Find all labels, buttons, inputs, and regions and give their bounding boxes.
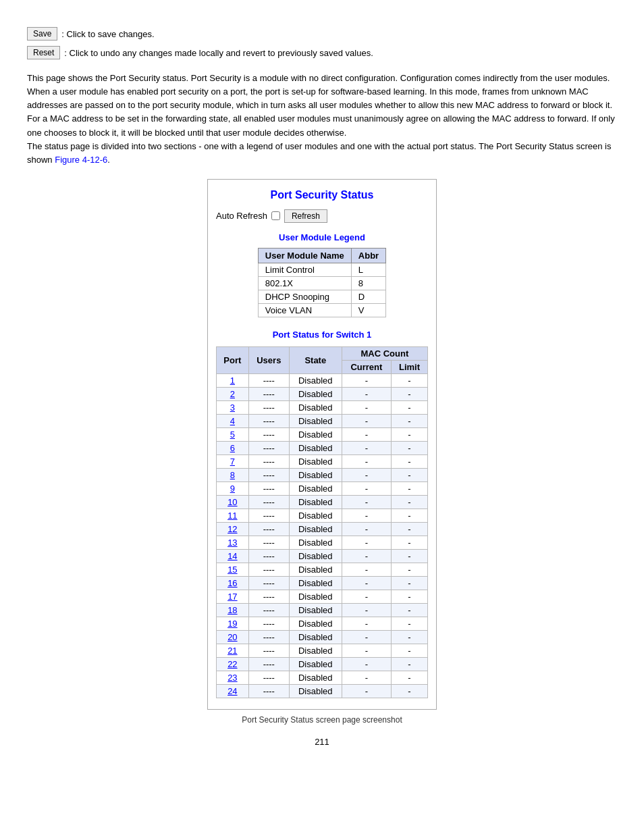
port-number[interactable]: 14 — [217, 549, 249, 563]
port-users: ---- — [248, 509, 289, 522]
port-state: Disabled — [289, 509, 342, 522]
port-state: Disabled — [289, 373, 342, 387]
port-number[interactable]: 1 — [217, 373, 249, 387]
port-users: ---- — [248, 414, 289, 427]
page-number: 211 — [27, 737, 617, 747]
reset-desc: : Click to undo any changes made locally… — [64, 48, 373, 58]
refresh-button[interactable]: Refresh — [284, 209, 327, 223]
port-row: 15 ---- Disabled - - — [217, 563, 428, 576]
port-row: 11 ---- Disabled - - — [217, 509, 428, 522]
port-mac-limit: - — [392, 414, 428, 427]
port-row: 17 ---- Disabled - - — [217, 590, 428, 603]
auto-refresh-label: Auto Refresh — [216, 211, 267, 221]
port-users: ---- — [248, 563, 289, 576]
port-number[interactable]: 10 — [217, 495, 249, 509]
legend-title: User Module Legend — [216, 232, 428, 242]
port-number[interactable]: 13 — [217, 536, 249, 549]
port-row: 6 ---- Disabled - - — [217, 441, 428, 454]
port-mac-limit: - — [392, 441, 428, 454]
port-row: 7 ---- Disabled - - — [217, 454, 428, 468]
port-row: 2 ---- Disabled - - — [217, 387, 428, 400]
port-mac-current: - — [342, 414, 391, 427]
port-mac-limit: - — [392, 671, 428, 684]
legend-row: Limit Control L — [258, 263, 385, 276]
port-number[interactable]: 4 — [217, 414, 249, 427]
port-users: ---- — [248, 617, 289, 630]
port-row: 20 ---- Disabled - - — [217, 630, 428, 644]
save-button[interactable]: Save — [27, 27, 57, 41]
port-mac-current: - — [342, 576, 391, 590]
auto-refresh-checkbox[interactable] — [271, 211, 280, 220]
port-mac-limit: - — [392, 373, 428, 387]
reset-row: Reset : Click to undo any changes made l… — [27, 46, 617, 59]
port-row: 18 ---- Disabled - - — [217, 603, 428, 617]
panel-caption: Port Security Status screen page screens… — [27, 715, 617, 725]
port-number[interactable]: 5 — [217, 427, 249, 441]
port-number[interactable]: 23 — [217, 671, 249, 684]
port-mac-current: - — [342, 427, 391, 441]
port-state: Disabled — [289, 576, 342, 590]
port-mac-limit: - — [392, 400, 428, 414]
port-users: ---- — [248, 576, 289, 590]
port-mac-current: - — [342, 481, 391, 495]
port-mac-limit: - — [392, 603, 428, 617]
port-row: 5 ---- Disabled - - — [217, 427, 428, 441]
legend-module-abbr: 8 — [351, 276, 385, 290]
port-mac-current: - — [342, 563, 391, 576]
port-number[interactable]: 22 — [217, 657, 249, 671]
port-users: ---- — [248, 441, 289, 454]
port-mac-current: - — [342, 387, 391, 400]
legend-table: User Module Name Abbr Limit Control L 80… — [258, 248, 386, 317]
reset-button[interactable]: Reset — [27, 46, 60, 59]
port-number[interactable]: 8 — [217, 468, 249, 481]
port-row: 3 ---- Disabled - - — [217, 400, 428, 414]
port-mac-current: - — [342, 549, 391, 563]
port-number[interactable]: 3 — [217, 400, 249, 414]
port-users: ---- — [248, 454, 289, 468]
port-mac-limit: - — [392, 468, 428, 481]
port-mac-current: - — [342, 603, 391, 617]
port-state: Disabled — [289, 522, 342, 536]
port-mac-current: - — [342, 509, 391, 522]
port-number[interactable]: 20 — [217, 630, 249, 644]
port-mac-limit: - — [392, 576, 428, 590]
port-number[interactable]: 15 — [217, 563, 249, 576]
figure-link[interactable]: Figure 4-12-6 — [55, 155, 107, 165]
port-number[interactable]: 7 — [217, 454, 249, 468]
port-state: Disabled — [289, 549, 342, 563]
port-mac-current: - — [342, 590, 391, 603]
port-state: Disabled — [289, 563, 342, 576]
port-status-title: Port Status for Switch 1 — [216, 330, 428, 340]
col-limit: Limit — [392, 360, 428, 373]
port-state: Disabled — [289, 671, 342, 684]
port-number[interactable]: 16 — [217, 576, 249, 590]
port-state: Disabled — [289, 468, 342, 481]
port-state: Disabled — [289, 630, 342, 644]
port-number[interactable]: 18 — [217, 603, 249, 617]
port-number[interactable]: 17 — [217, 590, 249, 603]
port-number[interactable]: 9 — [217, 481, 249, 495]
port-table-header-top: Port Users State MAC Count — [217, 346, 428, 360]
port-state: Disabled — [289, 495, 342, 509]
port-users: ---- — [248, 387, 289, 400]
port-number[interactable]: 11 — [217, 509, 249, 522]
port-number[interactable]: 2 — [217, 387, 249, 400]
port-users: ---- — [248, 603, 289, 617]
port-mac-current: - — [342, 630, 391, 644]
desc-para1: This page shows the Port Security status… — [27, 72, 617, 140]
port-mac-limit: - — [392, 644, 428, 657]
port-mac-current: - — [342, 454, 391, 468]
legend-module-name: DHCP Snooping — [258, 290, 351, 303]
legend-row: Voice VLAN V — [258, 303, 385, 317]
port-mac-limit: - — [392, 549, 428, 563]
port-row: 4 ---- Disabled - - — [217, 414, 428, 427]
port-state: Disabled — [289, 400, 342, 414]
port-number[interactable]: 21 — [217, 644, 249, 657]
port-number[interactable]: 19 — [217, 617, 249, 630]
port-mac-current: - — [342, 522, 391, 536]
col-mac-count: MAC Count — [342, 346, 427, 360]
port-number[interactable]: 6 — [217, 441, 249, 454]
port-number[interactable]: 12 — [217, 522, 249, 536]
port-number[interactable]: 24 — [217, 684, 249, 698]
port-row: 8 ---- Disabled - - — [217, 468, 428, 481]
